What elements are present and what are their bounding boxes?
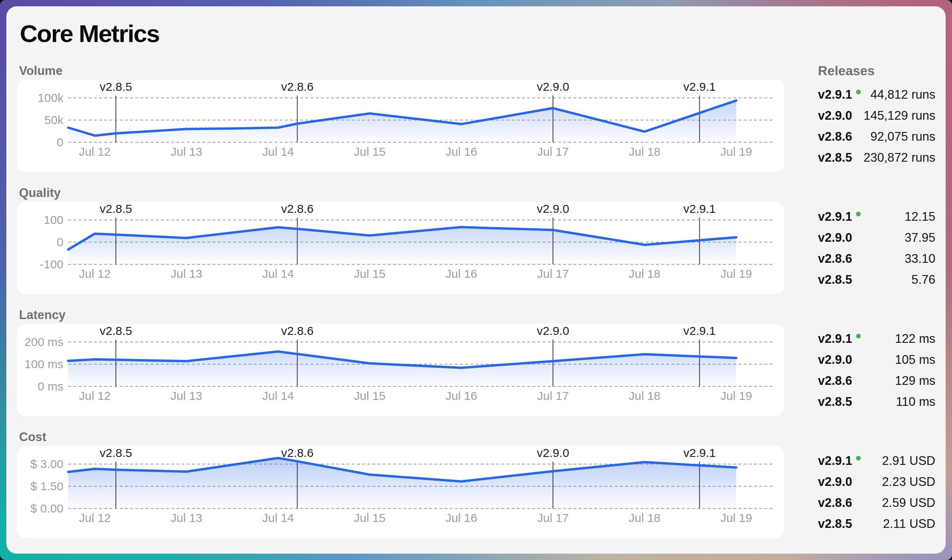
release-marker-label: v2.9.0 <box>537 202 569 215</box>
release-row: v2.9.0 2.23 USD <box>818 471 935 492</box>
chart-quality: 1000-100Jul 12Jul 13Jul 14Jul 15Jul 16Ju… <box>17 202 785 294</box>
release-marker-label: v2.8.5 <box>100 202 132 215</box>
release-marker-label: v2.9.1 <box>683 202 716 215</box>
x-axis-label: Jul 13 <box>171 145 202 158</box>
release-group-spacer <box>818 184 935 202</box>
release-version-label: v2.9.0 <box>818 353 852 367</box>
x-axis-label: Jul 17 <box>537 511 569 524</box>
x-axis-label: Jul 14 <box>262 145 294 158</box>
release-metric-value: 92,075 runs <box>870 130 935 144</box>
x-axis-label: Jul 19 <box>720 267 752 280</box>
x-axis-label: Jul 12 <box>79 145 111 158</box>
x-axis-label: Jul 12 <box>79 511 111 524</box>
current-release-dot <box>856 334 861 338</box>
release-marker-label: v2.9.1 <box>683 324 716 337</box>
x-axis-label: Jul 15 <box>354 511 386 524</box>
y-axis-label: 0 <box>57 136 63 149</box>
release-row: v2.8.6 2.59 USD <box>818 492 935 513</box>
chart-card: 200 ms100 ms0 msJul 12Jul 13Jul 14Jul 15… <box>17 324 785 417</box>
release-row: v2.9.0 105 ms <box>818 349 935 370</box>
dashboard-panel: Core Metrics Volume 100k50k0Jul 12Jul 13… <box>6 6 946 554</box>
release-marker-label: v2.9.0 <box>537 324 569 337</box>
release-version-label: v2.9.1 <box>818 210 852 224</box>
x-axis-label: Jul 19 <box>720 145 752 158</box>
release-metric-value: 2.91 USD <box>882 454 935 468</box>
x-axis-label: Jul 18 <box>629 145 660 158</box>
x-axis-label: Jul 17 <box>537 389 569 402</box>
release-row: v2.9.1 2.91 USD <box>818 450 935 471</box>
x-axis-label: Jul 15 <box>354 389 386 402</box>
y-axis-label: 100 <box>44 213 63 226</box>
y-axis-label: 0 <box>57 235 63 248</box>
release-row: v2.9.1 44,812 runs <box>818 84 935 105</box>
chart-volume: 100k50k0Jul 12Jul 13Jul 14Jul 15Jul 16Ju… <box>17 80 785 172</box>
release-metric-value: 122 ms <box>895 332 935 346</box>
release-version-label: v2.8.6 <box>818 130 852 144</box>
charts-column: Volume 100k50k0Jul 12Jul 13Jul 14Jul 15J… <box>17 62 785 550</box>
releases-header: Releases <box>818 62 935 80</box>
x-axis-label: Jul 12 <box>79 267 111 280</box>
release-row: v2.8.5 2.11 USD <box>818 513 935 534</box>
release-metric-value: 230,872 runs <box>864 151 935 165</box>
area-fill <box>68 458 736 508</box>
x-axis-label: Jul 16 <box>445 511 477 524</box>
release-marker-label: v2.9.0 <box>537 446 569 459</box>
x-axis-label: Jul 16 <box>445 267 477 280</box>
chart-card: 100k50k0Jul 12Jul 13Jul 14Jul 15Jul 16Ju… <box>17 80 785 172</box>
release-marker-label: v2.8.5 <box>100 446 132 459</box>
release-version-label: v2.8.6 <box>818 496 852 510</box>
y-axis-label: $ 0.00 <box>31 502 63 515</box>
release-version-label: v2.9.1 <box>818 88 852 102</box>
section-title: Volume <box>17 62 785 80</box>
release-groups: v2.9.1 44,812 runs v2.9.0 145,129 runs v… <box>818 80 935 539</box>
x-axis-label: Jul 13 <box>171 267 202 280</box>
release-metric-value: 5.76 <box>912 273 935 287</box>
x-axis-label: Jul 16 <box>445 145 477 158</box>
release-version-label: v2.8.5 <box>818 151 852 165</box>
chart-latency: 200 ms100 ms0 msJul 12Jul 13Jul 14Jul 15… <box>17 324 785 417</box>
x-axis-label: Jul 16 <box>445 389 477 402</box>
x-axis-label: Jul 17 <box>537 267 569 280</box>
section-title: Quality <box>17 184 785 202</box>
release-version-label: v2.8.5 <box>818 395 852 409</box>
page-title: Core Metrics <box>20 21 935 46</box>
release-metric-value: 12.15 <box>904 210 935 224</box>
area-fill <box>68 352 736 386</box>
y-axis-label: 100k <box>38 91 64 104</box>
release-metric-value: 2.23 USD <box>882 475 935 489</box>
x-axis-label: Jul 15 <box>354 267 386 280</box>
release-group: v2.9.1 122 ms v2.9.0 105 ms v2.8.6 129 m… <box>818 324 935 417</box>
y-axis-label: 200 ms <box>25 335 63 348</box>
y-axis-label: 100 ms <box>25 357 63 371</box>
chart-section: Latency 200 ms100 ms0 msJul 12Jul 13Jul … <box>17 306 785 417</box>
release-row: v2.9.1 12.15 <box>818 206 935 227</box>
section-title: Cost <box>17 428 785 446</box>
release-version-label: v2.9.0 <box>818 475 852 489</box>
x-axis-label: Jul 19 <box>720 511 752 524</box>
chart-section: Cost $ 3.00$ 1.50$ 0.00Jul 12Jul 13Jul 1… <box>17 428 785 539</box>
release-row: v2.9.0 145,129 runs <box>818 105 935 126</box>
release-marker-label: v2.8.5 <box>100 324 132 337</box>
release-marker-label: v2.9.1 <box>683 80 716 93</box>
x-axis-label: Jul 14 <box>262 511 294 524</box>
release-marker-label: v2.8.5 <box>100 80 132 93</box>
y-axis-label: -100 <box>40 258 63 271</box>
release-version-label: v2.9.1 <box>818 454 852 468</box>
release-metric-value: 37.95 <box>904 231 935 245</box>
x-axis-label: Jul 18 <box>629 267 660 280</box>
x-axis-label: Jul 13 <box>171 389 202 402</box>
x-axis-label: Jul 18 <box>629 389 660 402</box>
x-axis-label: Jul 17 <box>537 145 569 158</box>
x-axis-label: Jul 14 <box>262 267 294 280</box>
x-axis-label: Jul 13 <box>171 511 202 524</box>
release-row: v2.8.5 230,872 runs <box>818 147 935 168</box>
release-group: v2.9.1 12.15 v2.9.0 37.95 v2.8.6 33.10 v… <box>818 202 935 294</box>
x-axis-label: Jul 18 <box>629 511 660 524</box>
chart-card: 1000-100Jul 12Jul 13Jul 14Jul 15Jul 16Ju… <box>17 202 785 294</box>
release-metric-value: 2.59 USD <box>882 496 935 510</box>
release-metric-value: 33.10 <box>904 252 935 266</box>
release-metric-value: 105 ms <box>895 353 935 367</box>
current-release-dot <box>856 456 861 461</box>
release-marker-label: v2.9.1 <box>683 446 716 459</box>
current-release-dot <box>856 90 861 94</box>
